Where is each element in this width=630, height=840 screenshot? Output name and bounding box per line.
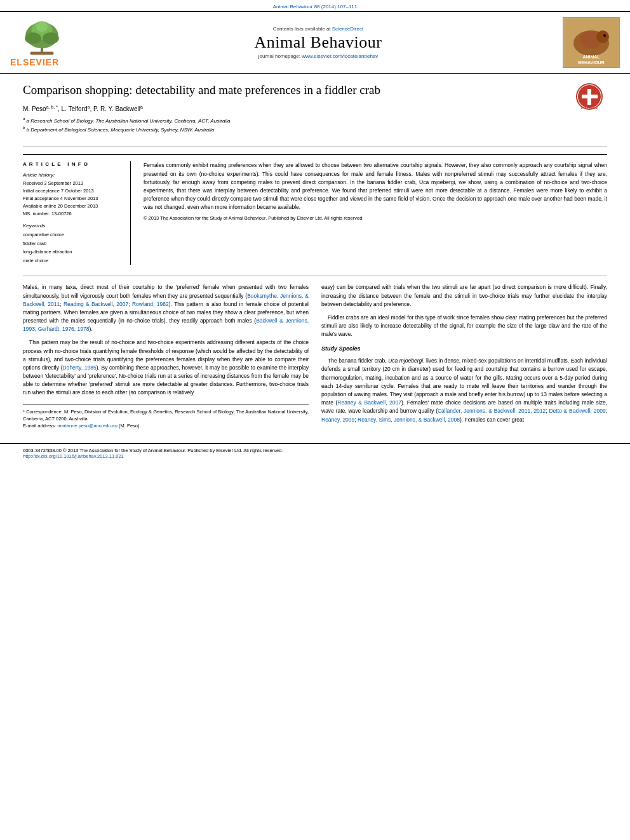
crossmark-logo: CrossMark	[575, 83, 607, 112]
cite-callander[interactable]: Callander, Jennions, & Backwell, 2011, 2…	[438, 408, 546, 414]
elsevier-wordmark: ELSEVIER	[10, 57, 59, 67]
article-title-text: Comparison shopping: detectability and m…	[23, 83, 565, 133]
received-date: Received 3 September 2013	[23, 180, 123, 187]
article-meta-section: A R T I C L E I N F O Article history: R…	[23, 154, 607, 265]
cite-reaney-sims[interactable]: Reaney, Sims, Jennions, & Backwell, 2008	[358, 417, 460, 423]
keyword-3: long-distance attraction	[23, 248, 123, 257]
svg-text:BEHAVIOUR: BEHAVIOUR	[578, 60, 604, 65]
article-authors: M. Pesoa, b, *, L. Telforda, P. R. Y. Ba…	[23, 105, 565, 112]
article-history-label: Article history:	[23, 172, 123, 178]
journal-url: journal homepage: www.elsevier.com/locat…	[74, 53, 563, 59]
article-info-heading: A R T I C L E I N F O	[23, 161, 123, 167]
sciencedirect-link[interactable]: ScienceDirect	[332, 26, 363, 32]
cite-detto[interactable]: Detto & Backwell, 2009	[549, 408, 605, 414]
cite-rowland[interactable]: Rowland, 1982	[132, 301, 169, 307]
title-divider	[23, 146, 607, 147]
footnote-section: * Correspondence: M. Peso, Division of E…	[23, 404, 309, 430]
abstract-column: Females commonly exhibit mating preferen…	[144, 161, 607, 265]
keyword-1: comparative choice	[23, 230, 123, 239]
body-para-2: This pattern may be the result of no-cho…	[23, 338, 309, 397]
svg-point-12	[603, 34, 606, 37]
cite-reaney-backwell[interactable]: Reaney & Backwell, 2007	[337, 399, 401, 406]
keywords-list: comparative choice fiddler crab long-dis…	[23, 230, 123, 265]
svg-point-5	[36, 22, 48, 32]
body-para-5: The banana fiddler crab, Uca mjoebergi, …	[321, 357, 607, 423]
cite-reading[interactable]: Reading & Backwell, 2007	[64, 301, 128, 307]
cite-reaney2009[interactable]: Reaney, 2009	[321, 417, 354, 423]
keyword-4: mate choice	[23, 257, 123, 265]
page-footer: 0003-3472/$38.00 © 2013 The Association …	[0, 443, 630, 463]
footer-doi-link[interactable]: http://dx.doi.org/10.1016/j.anbehav.2013…	[23, 453, 124, 459]
abstract-copyright: © 2013 The Association for the Study of …	[144, 215, 607, 222]
crossmark-icon: CrossMark	[575, 83, 604, 111]
email-label: E-mail address:	[23, 423, 57, 429]
journal-reference-bar: Animal Behaviour 88 (2014) 107–111	[0, 0, 630, 11]
cite-gerhardt[interactable]: Gerhardt, 1976, 1978	[38, 326, 90, 332]
footer-issn: 0003-3472/$38.00 © 2013 The Association …	[23, 448, 607, 453]
ab-logo-icon: ANIMAL BEHAVIOUR	[565, 19, 619, 67]
journal-header: ELSEVIER Contents lists available at Sci…	[0, 11, 630, 74]
footnote-email: E-mail address: marianne.peso@anu.edu.au…	[23, 422, 309, 429]
svg-rect-6	[30, 52, 54, 55]
svg-point-4	[43, 32, 59, 44]
main-content: Comparison shopping: detectability and m…	[0, 74, 630, 438]
journal-title: Animal Behaviour	[74, 33, 563, 52]
ms-number: MS. number: 13-00726	[23, 210, 123, 218]
body-columns: Males, in many taxa, direct most of thei…	[23, 283, 607, 429]
animal-behaviour-logo: ANIMAL BEHAVIOUR	[563, 17, 620, 68]
footer-doi: http://dx.doi.org/10.1016/j.anbehav.2013…	[23, 453, 607, 459]
abstract-body: Females commonly exhibit mating preferen…	[144, 162, 607, 210]
journal-homepage-link[interactable]: www.elsevier.com/locate/anbehav	[302, 53, 378, 59]
study-species-heading: Study Species	[321, 345, 607, 354]
svg-point-11	[596, 30, 609, 43]
initial-acceptance-date: Initial acceptance 7 October 2013	[23, 187, 123, 195]
available-online-date: Available online 20 December 2013	[23, 203, 123, 210]
abstract-text: Females commonly exhibit mating preferen…	[144, 161, 607, 222]
cite-doherty[interactable]: Doherty, 1985	[63, 364, 97, 371]
keyword-2: fiddler crab	[23, 239, 123, 248]
svg-rect-18	[582, 95, 598, 98]
content-divider	[23, 275, 607, 276]
contents-line: Contents lists available at ScienceDirec…	[74, 26, 563, 32]
elsevier-logo-area: ELSEVIER	[10, 18, 74, 67]
footnote-text: * Correspondence: M. Peso, Division of E…	[23, 408, 309, 423]
body-para-1: Males, in many taxa, direct most of thei…	[23, 283, 309, 333]
journal-reference: Animal Behaviour 88 (2014) 107–111	[273, 4, 358, 10]
body-column-left: Males, in many taxa, direct most of thei…	[23, 283, 309, 429]
body-para-3: easy) can be compared with trials when t…	[321, 283, 607, 309]
svg-text:CrossMark: CrossMark	[581, 106, 598, 110]
body-para-4: Fiddler crabs are an ideal model for thi…	[321, 314, 607, 339]
svg-text:ANIMAL: ANIMAL	[582, 55, 600, 59]
journal-center-info: Contents lists available at ScienceDirec…	[74, 26, 563, 59]
author-affiliations: a a Research School of Biology, The Aust…	[23, 116, 565, 133]
article-dates: Received 3 September 2013 Initial accept…	[23, 180, 123, 218]
svg-point-3	[25, 32, 41, 44]
article-title: Comparison shopping: detectability and m…	[23, 83, 565, 98]
article-title-section: Comparison shopping: detectability and m…	[23, 83, 607, 138]
body-column-right: easy) can be compared with trials when t…	[321, 283, 607, 429]
keywords-label: Keywords:	[23, 223, 123, 229]
final-acceptance-date: Final acceptance 4 November 2013	[23, 195, 123, 203]
elsevier-tree-icon	[10, 18, 74, 56]
email-address-link[interactable]: marianne.peso@anu.edu.au	[57, 423, 117, 429]
article-info-column: A R T I C L E I N F O Article history: R…	[23, 161, 131, 265]
